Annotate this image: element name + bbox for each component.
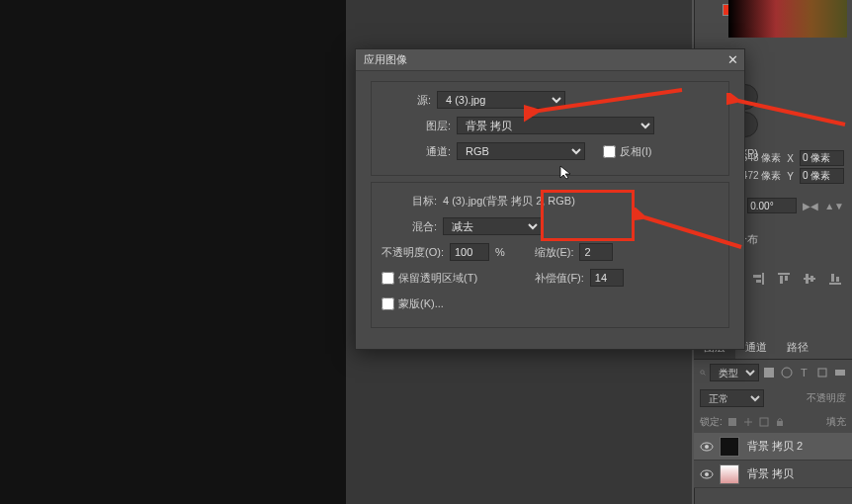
offset-label: 补偿值(F): (535, 271, 584, 286)
target-value: 4 (3).jpg(背景 拷贝 2, RGB) (443, 194, 575, 209)
lock-artboard-icon[interactable] (758, 416, 770, 428)
svg-rect-16 (831, 274, 834, 282)
canvas-dark-region (0, 0, 346, 504)
mask-checkbox[interactable] (382, 297, 394, 310)
blend-label: 混合: (382, 219, 437, 234)
scale-label: 缩放(E): (535, 245, 574, 260)
flip-h-icon[interactable]: ▶◀ (803, 201, 818, 211)
channel-select[interactable]: RGB (457, 142, 585, 160)
svg-rect-6 (762, 273, 764, 285)
blend-section: 目标: 4 (3).jpg(背景 拷贝 2, RGB) 混合: 减去 不透明度(… (371, 182, 729, 328)
svg-text:T: T (801, 367, 808, 378)
svg-rect-23 (818, 369, 826, 377)
scale-input[interactable] (579, 243, 613, 261)
preserve-label: 保留透明区域(T) (398, 271, 477, 286)
layers-blend-row: 正常 不透明度 (694, 385, 852, 411)
layer-row-1[interactable]: 背景 拷贝 (694, 461, 852, 488)
x-label: X (787, 153, 794, 164)
rotation-row: ▶◀ ▲▼ (747, 198, 844, 213)
rotation-input[interactable] (747, 198, 797, 213)
channel-label: 通道: (382, 144, 451, 159)
svg-point-29 (705, 445, 709, 449)
svg-rect-9 (778, 273, 790, 275)
filter-pixel-icon[interactable] (763, 367, 775, 378)
visibility-eye-icon[interactable] (700, 440, 714, 454)
close-icon[interactable]: ✕ (727, 52, 738, 67)
blend-mode-select[interactable]: 正常 (700, 389, 764, 407)
lock-pixels-icon[interactable] (726, 416, 738, 428)
svg-line-19 (704, 374, 706, 376)
layer-thumbnail[interactable] (720, 464, 739, 484)
align-top-icon[interactable] (777, 272, 791, 286)
apply-image-dialog: 应用图像 ✕ 源: 4 (3).jpg 图层: 背景 拷贝 通道: RGB 反相… (355, 48, 745, 350)
layer-select[interactable]: 背景 拷贝 (457, 117, 654, 134)
svg-point-21 (782, 368, 792, 378)
svg-rect-12 (804, 278, 815, 280)
y-label: Y (787, 171, 794, 182)
layer-thumbnail[interactable] (720, 437, 739, 457)
filter-smart-icon[interactable] (834, 367, 846, 378)
y-offset-input[interactable] (800, 168, 844, 184)
opacity-label: 不透明度 (807, 391, 846, 405)
opacity-label: 不透明度(O): (382, 245, 444, 260)
filter-shape-icon[interactable] (816, 367, 828, 378)
layer-row-0[interactable]: 背景 拷贝 2 (694, 433, 852, 461)
svg-rect-10 (780, 276, 783, 284)
target-label: 目标: (382, 194, 437, 209)
svg-rect-26 (760, 418, 768, 426)
align-right-icon[interactable] (751, 272, 765, 286)
invert-checkbox[interactable] (603, 145, 616, 158)
offset-input[interactable] (590, 269, 624, 287)
tab-paths[interactable]: 路径 (777, 336, 818, 359)
layers-panel: 图层 通道 路径 类型 T 正常 不透明度 锁定: 填充 (694, 336, 852, 488)
lock-position-icon[interactable] (742, 416, 754, 428)
filter-type-icon[interactable]: T (799, 367, 810, 378)
filter-adjust-icon[interactable] (781, 367, 793, 378)
search-icon[interactable] (700, 367, 706, 378)
svg-rect-11 (785, 276, 788, 281)
svg-rect-14 (810, 276, 813, 282)
mask-label: 蒙版(K)... (398, 296, 444, 311)
blend-select[interactable]: 减去 (443, 217, 542, 235)
source-select[interactable]: 4 (3).jpg (437, 91, 565, 109)
align-center-v-icon[interactable] (803, 272, 816, 286)
svg-rect-15 (829, 283, 841, 285)
flip-v-icon[interactable]: ▲▼ (824, 201, 844, 211)
invert-label: 反相(I) (620, 144, 651, 159)
layers-lock-row: 锁定: 填充 (694, 411, 852, 433)
layer-name[interactable]: 背景 拷贝 (747, 466, 794, 481)
gradient-preview (728, 0, 847, 38)
svg-rect-17 (836, 277, 839, 282)
svg-point-18 (701, 371, 705, 375)
svg-rect-24 (835, 370, 845, 376)
filter-type-select[interactable]: 类型 (710, 364, 759, 381)
svg-rect-13 (806, 274, 809, 284)
dimensions-height-row: 5472 像素 Y (736, 168, 844, 184)
layer-label: 图层: (382, 119, 451, 133)
layers-filter-row: 类型 T (694, 360, 852, 385)
opacity-unit: % (495, 246, 505, 258)
layer-name[interactable]: 背景 拷贝 2 (747, 439, 803, 454)
svg-point-31 (705, 472, 709, 476)
source-section: 源: 4 (3).jpg 图层: 背景 拷贝 通道: RGB 反相(I) (371, 81, 729, 176)
svg-rect-20 (764, 368, 774, 378)
align-bottom-icon[interactable] (828, 272, 842, 286)
x-offset-input[interactable] (800, 150, 844, 166)
lock-label: 锁定: (700, 415, 723, 429)
dialog-title-text: 应用图像 (364, 52, 407, 67)
visibility-eye-icon[interactable] (700, 467, 714, 481)
svg-rect-8 (756, 280, 761, 283)
dialog-body: 源: 4 (3).jpg 图层: 背景 拷贝 通道: RGB 反相(I) 目标:… (356, 71, 744, 349)
preserve-checkbox[interactable] (382, 272, 394, 285)
svg-rect-25 (728, 418, 736, 426)
source-label: 源: (382, 93, 431, 108)
svg-rect-27 (777, 421, 783, 426)
dialog-titlebar[interactable]: 应用图像 ✕ (356, 49, 744, 71)
lock-all-icon[interactable] (774, 416, 786, 428)
fill-label: 填充 (826, 415, 846, 429)
svg-rect-7 (753, 275, 761, 278)
opacity-input[interactable] (450, 243, 489, 261)
